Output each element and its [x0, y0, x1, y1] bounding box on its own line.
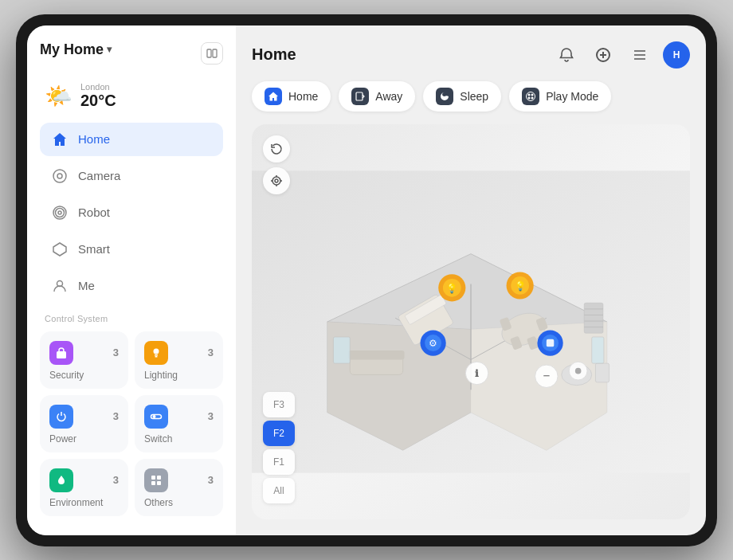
away-mode-label: Away [375, 90, 402, 103]
svg-rect-57 [584, 303, 603, 333]
avatar-button[interactable]: H [663, 41, 690, 69]
svg-rect-19 [151, 476, 155, 480]
home-mode-label: Home [288, 90, 318, 103]
focus-icon [270, 174, 283, 187]
floor-all-label: All [273, 485, 284, 496]
sidebar-item-camera[interactable]: Camera [40, 159, 223, 193]
sidebar-title: My Home ▾ [40, 41, 112, 58]
add-button[interactable] [590, 41, 617, 69]
svg-text:💡: 💡 [515, 280, 527, 292]
nav-label-robot: Robot [78, 206, 110, 219]
floor-f1-button[interactable]: F1 [263, 449, 295, 475]
svg-rect-16 [155, 356, 158, 358]
svg-rect-62 [333, 336, 350, 362]
main-content: Home H [236, 25, 706, 535]
tab-away-mode[interactable]: Away [339, 81, 415, 112]
svg-rect-17 [151, 414, 162, 418]
svg-rect-56 [595, 363, 609, 382]
svg-point-2 [53, 170, 66, 182]
svg-rect-54 [348, 350, 404, 359]
floor-all-button[interactable]: All [263, 478, 295, 503]
home-mode-icon [265, 88, 282, 105]
power-count: 3 [113, 410, 119, 422]
floor-f3-button[interactable]: F3 [263, 392, 295, 417]
tablet-frame: My Home ▾ 🌤️ London 20°C [16, 14, 717, 546]
header-icons: H [553, 41, 690, 69]
nav-label-home: Home [78, 132, 110, 146]
sidebar-item-me[interactable]: Me [40, 269, 223, 303]
weather-temp: 20°C [80, 92, 116, 110]
collapse-icon [206, 48, 218, 59]
svg-text:−: − [543, 369, 550, 382]
sleep-mode-label: Sleep [460, 90, 488, 103]
control-card-lighting[interactable]: 3 Lighting [135, 331, 223, 389]
floor-f2-label: F2 [273, 428, 284, 439]
floor-f3-label: F3 [273, 399, 284, 410]
rotate-button[interactable] [263, 135, 290, 163]
power-icon [49, 405, 73, 429]
menu-button[interactable] [626, 41, 653, 69]
weather-city: London [80, 82, 116, 92]
svg-rect-31 [356, 92, 363, 100]
control-card-security[interactable]: 3 Security [40, 331, 128, 389]
svg-rect-75 [547, 339, 554, 346]
svg-rect-22 [157, 481, 161, 485]
rotate-icon [270, 143, 283, 155]
control-card-others[interactable]: 3 Others [135, 459, 223, 516]
collapse-button[interactable] [201, 42, 223, 65]
lighting-count: 3 [208, 347, 214, 358]
svg-point-3 [57, 174, 62, 178]
title-chevron: ▾ [107, 44, 112, 55]
floor-f2-button[interactable]: F2 [263, 421, 295, 446]
main-header: Home H [252, 41, 690, 69]
me-nav-icon [51, 277, 69, 295]
house-view: 💡 💡 ⚙ ℹ [252, 124, 690, 519]
svg-point-6 [56, 208, 65, 217]
svg-point-83 [275, 179, 278, 182]
tab-play-mode[interactable]: Play Mode [509, 81, 611, 112]
switch-label: Switch [144, 433, 214, 444]
floor-plan-svg: 💡 💡 ⚙ ℹ [252, 124, 690, 519]
others-label: Others [144, 497, 214, 508]
menu-icon [632, 47, 648, 63]
play-mode-label: Play Mode [546, 90, 598, 103]
svg-rect-21 [151, 481, 155, 485]
sidebar-item-smart[interactable]: Smart [40, 233, 223, 266]
bell-button[interactable] [553, 41, 580, 69]
svg-text:H: H [673, 49, 680, 61]
sidebar-item-robot[interactable]: Robot [40, 196, 223, 229]
svg-point-11 [58, 354, 61, 356]
svg-point-18 [153, 415, 156, 418]
control-card-switch[interactable]: 3 Switch [135, 395, 223, 452]
svg-point-35 [528, 96, 531, 99]
tab-home-mode[interactable]: Home [252, 81, 331, 112]
svg-rect-0 [207, 49, 211, 57]
tablet-screen: My Home ▾ 🌤️ London 20°C [27, 25, 706, 535]
svg-point-32 [527, 92, 535, 100]
svg-rect-1 [213, 49, 217, 57]
svg-point-34 [531, 93, 534, 96]
control-card-power[interactable]: 3 Power [40, 395, 128, 452]
avatar-icon: H [668, 46, 685, 64]
switch-count: 3 [208, 410, 214, 422]
away-mode-icon [351, 88, 369, 105]
bell-icon [559, 47, 574, 63]
sidebar-item-home[interactable]: Home [40, 123, 223, 156]
floor-f1-label: F1 [273, 456, 284, 468]
robot-nav-icon [51, 204, 69, 221]
security-count: 3 [113, 347, 119, 358]
svg-text:⚙: ⚙ [429, 338, 437, 349]
svg-text:ℹ: ℹ [475, 368, 479, 379]
control-card-environment[interactable]: 3 Environment [40, 459, 128, 516]
tab-sleep-mode[interactable]: Sleep [423, 81, 501, 112]
weather-block: 🌤️ London 20°C [40, 76, 223, 116]
control-grid: 3 Security 3 Lighting [40, 331, 223, 516]
environment-label: Environment [49, 497, 119, 508]
svg-point-5 [58, 211, 61, 214]
play-mode-icon [522, 88, 539, 105]
environment-count: 3 [113, 474, 119, 486]
focus-button[interactable] [263, 167, 290, 194]
mode-tabs: Home Away Sleep [252, 81, 690, 112]
svg-point-36 [531, 96, 534, 99]
others-icon [144, 468, 168, 492]
